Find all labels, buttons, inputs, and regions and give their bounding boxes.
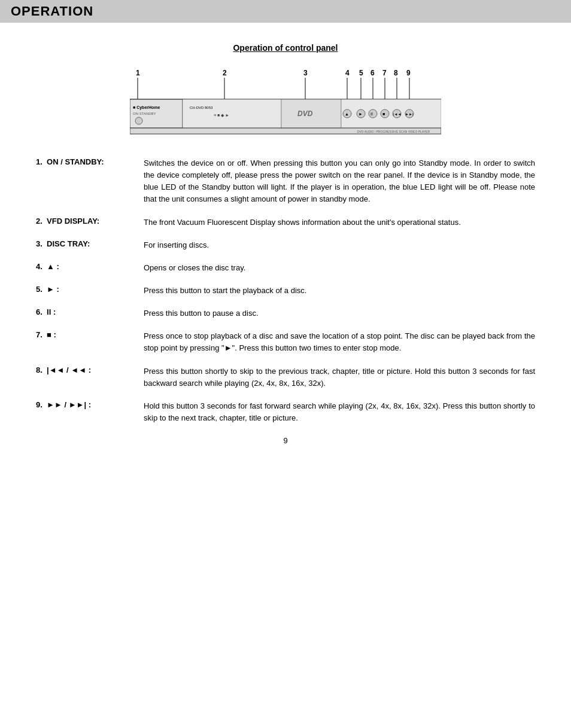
section-title: Operation of control panel bbox=[36, 43, 535, 53]
desc-num-3: 3. bbox=[36, 239, 47, 248]
descriptions: 1. ON / STANDBY: Switches the device on … bbox=[36, 157, 535, 424]
svg-text:II: II bbox=[370, 112, 373, 116]
svg-rect-23 bbox=[183, 99, 281, 128]
desc-text-5: Press this button to start the playback … bbox=[144, 285, 306, 297]
desc-text-4: Opens or closes the disc tray. bbox=[144, 262, 245, 274]
desc-term-1: ON / STANDBY: bbox=[47, 157, 104, 166]
desc-item-6: 6. II : Press this button to pause a dis… bbox=[36, 307, 535, 319]
svg-text:DVD AUDIO / PROGRESSIVE SCAN V: DVD AUDIO / PROGRESSIVE SCAN VIDEO PLAYE… bbox=[357, 130, 430, 133]
desc-label-9: 9. ►► / ►►| : bbox=[36, 400, 144, 409]
desc-term-4: ▲ : bbox=[47, 262, 59, 271]
desc-term-2: VFD DISPLAY: bbox=[47, 217, 99, 226]
diagram-wrapper: 1 2 3 4 5 6 7 8 9 bbox=[130, 66, 441, 139]
desc-text-7: Press once to stop playback of a disc an… bbox=[144, 330, 535, 354]
desc-term-6: II : bbox=[47, 307, 56, 316]
svg-text:►: ► bbox=[359, 112, 363, 116]
svg-text:≡ ■ ◆ ►: ≡ ■ ◆ ► bbox=[214, 113, 229, 117]
svg-text:9: 9 bbox=[406, 69, 411, 77]
desc-label-3: 3. DISC TRAY: bbox=[36, 239, 144, 248]
svg-text:3: 3 bbox=[303, 69, 308, 77]
svg-text:6: 6 bbox=[370, 69, 375, 77]
desc-item-4: 4. ▲ : Opens or closes the disc tray. bbox=[36, 262, 535, 274]
desc-num-9: 9. bbox=[36, 400, 47, 409]
svg-text:2: 2 bbox=[223, 69, 227, 77]
desc-item-7: 7. ■ : Press once to stop playback of a … bbox=[36, 330, 535, 354]
desc-num-2: 2. bbox=[36, 217, 47, 226]
svg-text:5: 5 bbox=[359, 69, 363, 77]
desc-item-5: 5. ► : Press this button to start the pl… bbox=[36, 285, 535, 297]
desc-label-5: 5. ► : bbox=[36, 285, 144, 294]
desc-item-1: 1. ON / STANDBY: Switches the device on … bbox=[36, 157, 535, 206]
svg-text:CH-DVD 8053: CH-DVD 8053 bbox=[190, 106, 213, 109]
svg-point-22 bbox=[135, 117, 142, 124]
desc-text-6: Press this button to pause a disc. bbox=[144, 307, 259, 319]
diagram-svg: 1 2 3 4 5 6 7 8 9 bbox=[130, 66, 441, 138]
svg-text:DVD: DVD bbox=[297, 109, 313, 118]
svg-rect-28 bbox=[341, 99, 441, 128]
desc-term-9: ►► / ►►| : bbox=[47, 400, 91, 409]
desc-text-2: The front Vacuum Fluorescent Display sho… bbox=[144, 217, 461, 229]
svg-text:ON STANDBY: ON STANDBY bbox=[133, 112, 156, 115]
svg-text:▲: ▲ bbox=[345, 112, 349, 116]
desc-term-5: ► : bbox=[47, 285, 59, 294]
svg-text:►►|: ►►| bbox=[405, 112, 414, 116]
desc-text-8: Press this button shortly to skip to the… bbox=[144, 365, 535, 389]
desc-label-8: 8. |◄◄ / ◄◄ : bbox=[36, 365, 144, 374]
desc-num-4: 4. bbox=[36, 262, 47, 271]
page-number: 9 bbox=[36, 436, 535, 445]
desc-text-9: Hold this button 3 seconds for fast forw… bbox=[144, 400, 535, 424]
desc-term-7: ■ : bbox=[47, 330, 56, 339]
desc-num-1: 1. bbox=[36, 157, 47, 166]
desc-num-8: 8. bbox=[36, 365, 47, 374]
svg-text:■: ■ bbox=[382, 112, 385, 116]
desc-term-3: DISC TRAY: bbox=[47, 239, 90, 248]
desc-label-4: 4. ▲ : bbox=[36, 262, 144, 271]
svg-text:1: 1 bbox=[136, 69, 140, 77]
svg-text:7: 7 bbox=[382, 69, 387, 77]
desc-item-8: 8. |◄◄ / ◄◄ : Press this button shortly … bbox=[36, 365, 535, 389]
svg-text:|◄◄: |◄◄ bbox=[393, 112, 401, 116]
desc-item-9: 9. ►► / ►►| : Hold this button 3 seconds… bbox=[36, 400, 535, 424]
svg-text:■ CyberHome: ■ CyberHome bbox=[133, 105, 160, 110]
svg-text:4: 4 bbox=[345, 69, 350, 77]
device-diagram-container: 1 2 3 4 5 6 7 8 9 bbox=[36, 66, 535, 139]
desc-item-2: 2. VFD DISPLAY: The front Vacuum Fluores… bbox=[36, 217, 535, 229]
desc-num-6: 6. bbox=[36, 307, 47, 316]
desc-label-1: 1. ON / STANDBY: bbox=[36, 157, 144, 166]
desc-text-3: For inserting discs. bbox=[144, 239, 209, 251]
desc-label-2: 2. VFD DISPLAY: bbox=[36, 217, 144, 226]
desc-num-7: 7. bbox=[36, 330, 47, 339]
desc-item-3: 3. DISC TRAY: For inserting discs. bbox=[36, 239, 535, 251]
desc-label-6: 6. II : bbox=[36, 307, 144, 316]
operation-header: OPERATION bbox=[0, 0, 571, 23]
page-section-title: OPERATION bbox=[11, 4, 93, 19]
svg-text:8: 8 bbox=[394, 69, 398, 77]
desc-num-5: 5. bbox=[36, 285, 47, 294]
desc-text-1: Switches the device on or off. When pres… bbox=[144, 157, 535, 206]
desc-term-8: |◄◄ / ◄◄ : bbox=[47, 365, 91, 374]
page-content: Operation of control panel 1 2 3 4 5 6 7… bbox=[0, 23, 571, 469]
desc-label-7: 7. ■ : bbox=[36, 330, 144, 339]
